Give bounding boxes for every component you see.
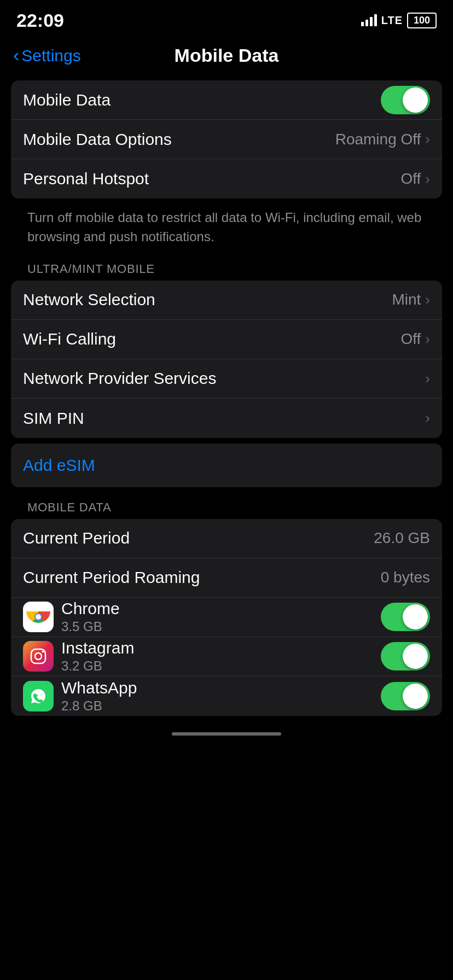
network-selection-value: Mint › (392, 291, 430, 308)
chrome-app-size: 3.5 GB (61, 619, 120, 634)
mobile-data-label: Mobile Data (23, 91, 111, 109)
network-selection-label: Network Selection (23, 290, 155, 309)
home-indicator (172, 732, 281, 736)
chevron-icon: › (425, 291, 430, 308)
instagram-toggle[interactable] (381, 642, 430, 670)
personal-hotspot-label: Personal Hotspot (23, 170, 149, 188)
chrome-app-name: Chrome (61, 599, 120, 618)
chevron-icon: › (425, 370, 430, 387)
network-provider-label: Network Provider Services (23, 369, 216, 388)
page-title: Mobile Data (175, 45, 279, 66)
wifi-calling-value: Off › (400, 330, 430, 348)
whatsapp-app-name: WhatsApp (61, 679, 137, 697)
network-provider-value: › (425, 370, 430, 387)
instagram-app-name: Instagram (61, 639, 134, 657)
chrome-app-row[interactable]: Chrome 3.5 GB (11, 598, 442, 637)
whatsapp-app-icon (23, 681, 54, 711)
personal-hotspot-value: Off › (400, 170, 430, 188)
status-bar: 22:09 LTE 100 (0, 0, 453, 33)
instagram-app-row[interactable]: Instagram 3.2 GB (11, 637, 442, 676)
wifi-calling-row[interactable]: Wi-Fi Calling Off › (11, 320, 442, 359)
status-time: 22:09 (16, 10, 64, 31)
network-selection-row[interactable]: Network Selection Mint › (11, 281, 442, 320)
current-period-roaming-value: 0 bytes (381, 569, 430, 586)
network-provider-row[interactable]: Network Provider Services › (11, 359, 442, 399)
current-period-row: Current Period 26.0 GB (11, 519, 442, 558)
chrome-app-icon (23, 602, 54, 632)
mobile-data-options-row[interactable]: Mobile Data Options Roaming Off › (11, 120, 442, 159)
current-period-value: 26.0 GB (374, 529, 430, 547)
personal-hotspot-row[interactable]: Personal Hotspot Off › (11, 159, 442, 199)
current-period-label: Current Period (23, 529, 130, 547)
chrome-toggle[interactable] (381, 603, 430, 631)
mobile-data-toggle[interactable] (381, 86, 430, 114)
battery-icon: 100 (407, 13, 437, 28)
instagram-app-icon (23, 641, 54, 672)
whatsapp-toggle[interactable] (381, 682, 430, 710)
add-esim-button[interactable]: Add eSIM (11, 444, 442, 487)
svg-point-6 (42, 651, 44, 653)
mobile-data-section-label: MOBILE DATA (11, 493, 442, 519)
back-chevron-icon: ‹ (13, 44, 19, 66)
toggle-knob (403, 604, 428, 629)
mobile-data-options-value: Roaming Off › (335, 131, 430, 148)
chevron-icon: › (425, 131, 430, 148)
network-section-label: ULTRA/MINT MOBILE (11, 254, 442, 281)
chevron-icon: › (425, 410, 430, 427)
mobile-data-description: Turn off mobile data to restrict all dat… (11, 204, 442, 254)
main-settings-group: Mobile Data Mobile Data Options Roaming … (11, 80, 442, 199)
chevron-icon: › (425, 171, 430, 188)
svg-point-3 (36, 614, 41, 620)
mobile-data-row[interactable]: Mobile Data (11, 80, 442, 120)
sim-pin-value: › (425, 410, 430, 427)
mobile-data-usage-group: Current Period 26.0 GB Current Period Ro… (11, 519, 442, 716)
content: Mobile Data Mobile Data Options Roaming … (0, 75, 453, 727)
whatsapp-app-row[interactable]: WhatsApp 2.8 GB (11, 676, 442, 716)
current-period-roaming-row: Current Period Roaming 0 bytes (11, 558, 442, 598)
status-icons: LTE 100 (361, 13, 437, 28)
toggle-knob (403, 644, 428, 669)
toggle-knob (403, 88, 428, 113)
mobile-data-options-label: Mobile Data Options (23, 130, 172, 149)
signal-icon (361, 14, 377, 26)
back-button[interactable]: ‹ Settings (13, 45, 81, 66)
current-period-roaming-label: Current Period Roaming (23, 568, 200, 587)
wifi-calling-label: Wi-Fi Calling (23, 330, 116, 348)
toggle-knob (403, 684, 428, 709)
lte-badge: LTE (381, 14, 403, 27)
back-label: Settings (21, 46, 80, 65)
svg-point-5 (35, 653, 42, 660)
nav-bar: ‹ Settings Mobile Data (0, 36, 453, 75)
esim-label: Add eSIM (23, 456, 95, 475)
sim-pin-label: SIM PIN (23, 409, 84, 428)
chevron-icon: › (425, 331, 430, 348)
sim-pin-row[interactable]: SIM PIN › (11, 399, 442, 438)
whatsapp-app-size: 2.8 GB (61, 698, 137, 714)
network-settings-group: Network Selection Mint › Wi-Fi Calling O… (11, 281, 442, 438)
instagram-app-size: 3.2 GB (61, 658, 134, 674)
